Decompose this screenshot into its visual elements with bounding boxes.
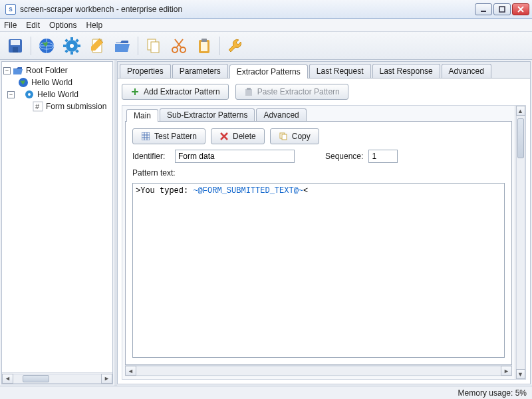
clipboard-icon bbox=[196, 37, 213, 55]
tree[interactable]: − Root Folder Hello World − Hello World … bbox=[2, 62, 112, 372]
delete-pattern-button[interactable]: Delete bbox=[211, 128, 265, 144]
svg-point-8 bbox=[70, 44, 74, 48]
svg-rect-19 bbox=[151, 42, 159, 53]
tab-last-response[interactable]: Last Response bbox=[372, 64, 440, 78]
paste-extractor-button[interactable]: Paste Extractor Pattern bbox=[235, 84, 348, 100]
subtab-main[interactable]: Main bbox=[126, 109, 158, 122]
menu-file[interactable]: File bbox=[4, 21, 17, 30]
tree-session-1-label: Hello World bbox=[31, 78, 72, 87]
copy-icon bbox=[145, 37, 162, 55]
subtab-sub-extractor[interactable]: Sub-Extractor Patterns bbox=[160, 108, 255, 121]
scroll-left-icon[interactable]: ◄ bbox=[125, 366, 136, 376]
maximize-button[interactable] bbox=[493, 3, 511, 15]
clipboard-icon bbox=[244, 87, 253, 96]
identifier-row: Identifier: Sequence: bbox=[132, 150, 505, 163]
scroll-right-icon[interactable]: ► bbox=[501, 366, 512, 376]
pattern-panel-v-scrollbar[interactable]: ▲ ▼ bbox=[515, 106, 525, 379]
delete-x-icon bbox=[219, 132, 229, 141]
content-pane: Properties Parameters Extractor Patterns… bbox=[117, 61, 531, 384]
toolbar-cut[interactable] bbox=[168, 35, 190, 57]
test-pattern-label: Test Pattern bbox=[154, 132, 197, 141]
scroll-up-icon[interactable]: ▲ bbox=[516, 106, 525, 116]
gear-icon bbox=[63, 37, 80, 55]
pattern-h-scrollbar[interactable]: ◄ ► bbox=[125, 365, 512, 376]
scroll-thumb[interactable] bbox=[517, 118, 524, 158]
subtab-main-body: Test Pattern Delete Copy bbox=[125, 122, 512, 365]
toolbar-gear[interactable] bbox=[61, 35, 83, 57]
toolbar-globe[interactable] bbox=[35, 35, 58, 57]
menu-help[interactable]: Help bbox=[86, 21, 102, 30]
tab-parameters[interactable]: Parameters bbox=[172, 64, 228, 78]
close-button[interactable] bbox=[512, 3, 529, 15]
menu-options[interactable]: Options bbox=[49, 21, 76, 30]
svg-rect-30 bbox=[245, 89, 252, 96]
scroll-track[interactable] bbox=[136, 366, 501, 376]
svg-rect-31 bbox=[247, 88, 251, 90]
menu-edit[interactable]: Edit bbox=[26, 21, 40, 30]
tree-root[interactable]: − Root Folder bbox=[3, 65, 111, 76]
tree-h-scrollbar[interactable]: ◄ ► bbox=[2, 372, 112, 384]
hash-file-icon: # bbox=[33, 101, 43, 112]
tab-last-request[interactable]: Last Request bbox=[309, 64, 371, 78]
scroll-right-icon[interactable]: ► bbox=[101, 374, 112, 384]
grid-icon bbox=[141, 132, 150, 141]
tree-collapse-icon[interactable]: − bbox=[7, 91, 15, 98]
scroll-down-icon[interactable]: ▼ bbox=[516, 369, 525, 379]
menubar: File Edit Options Help bbox=[0, 19, 532, 32]
wrench-icon bbox=[227, 37, 244, 55]
svg-point-27 bbox=[28, 93, 31, 96]
toolbar-tools[interactable] bbox=[224, 35, 247, 57]
scroll-track[interactable] bbox=[13, 374, 101, 384]
top-tabs: Properties Parameters Extractor Patterns… bbox=[118, 62, 530, 78]
scroll-left-icon[interactable]: ◄ bbox=[2, 374, 13, 384]
tree-session-2[interactable]: − Hello World bbox=[3, 88, 111, 100]
svg-rect-34 bbox=[282, 134, 287, 140]
identifier-input[interactable] bbox=[175, 150, 295, 163]
pattern-prefix: >You typed: bbox=[136, 186, 193, 196]
scroll-thumb[interactable] bbox=[23, 375, 49, 382]
extractor-buttons: Add Extractor Pattern Paste Extractor Pa… bbox=[122, 82, 526, 105]
copy-pattern-button[interactable]: Copy bbox=[270, 128, 319, 144]
paste-extractor-label: Paste Extractor Pattern bbox=[257, 87, 340, 96]
copy-icon bbox=[279, 132, 288, 141]
tree-scrapeable-file[interactable]: # Form submission bbox=[3, 100, 111, 112]
pattern-text-label: Pattern text: bbox=[132, 168, 176, 178]
pattern-token-name: FORM_SUBMITTED_TEXT bbox=[203, 186, 294, 196]
toolbar-paste[interactable] bbox=[193, 35, 215, 57]
main-toolbar bbox=[0, 32, 532, 60]
tree-scrapeable-label: Form submission bbox=[46, 102, 106, 111]
tab-extractor-patterns[interactable]: Extractor Patterns bbox=[229, 65, 308, 78]
pattern-suffix: < bbox=[303, 186, 308, 196]
tree-session-2-label: Hello World bbox=[37, 90, 78, 99]
pattern-action-buttons: Test Pattern Delete Copy bbox=[132, 128, 505, 144]
toolbar-folder[interactable] bbox=[111, 35, 134, 57]
toolbar-script[interactable] bbox=[86, 35, 108, 57]
plus-icon bbox=[130, 87, 140, 96]
minimize-button[interactable] bbox=[475, 3, 492, 15]
pattern-text-area[interactable]: >You typed: ~@FORM_SUBMITTED_TEXT@~< bbox=[132, 183, 505, 358]
maximize-icon bbox=[499, 6, 505, 13]
globe-icon bbox=[38, 37, 55, 55]
save-icon bbox=[7, 37, 24, 55]
toolbar-copy[interactable] bbox=[142, 35, 165, 57]
scroll-track[interactable] bbox=[516, 116, 525, 369]
svg-text:#: # bbox=[35, 102, 40, 110]
svg-rect-0 bbox=[481, 11, 486, 12]
identifier-label: Identifier: bbox=[132, 152, 170, 161]
tab-advanced[interactable]: Advanced bbox=[442, 64, 491, 78]
pattern-scroll-area: Main Sub-Extractor Patterns Advanced Tes… bbox=[122, 105, 526, 380]
tree-session-1[interactable]: Hello World bbox=[3, 76, 111, 88]
close-icon bbox=[517, 6, 524, 13]
pencil-icon bbox=[88, 37, 106, 55]
toolbar-save[interactable] bbox=[4, 35, 27, 57]
add-extractor-button[interactable]: Add Extractor Pattern bbox=[122, 84, 229, 100]
tree-collapse-icon[interactable]: − bbox=[3, 67, 11, 74]
sequence-input[interactable] bbox=[368, 150, 398, 163]
tab-properties[interactable]: Properties bbox=[120, 64, 171, 78]
gear-icon bbox=[24, 89, 35, 100]
pattern-text-label-row: Pattern text: bbox=[132, 168, 505, 178]
subtab-advanced[interactable]: Advanced bbox=[256, 108, 306, 121]
sub-tabs: Main Sub-Extractor Patterns Advanced bbox=[125, 108, 512, 122]
test-pattern-button[interactable]: Test Pattern bbox=[132, 128, 205, 144]
add-extractor-label: Add Extractor Pattern bbox=[144, 87, 220, 96]
